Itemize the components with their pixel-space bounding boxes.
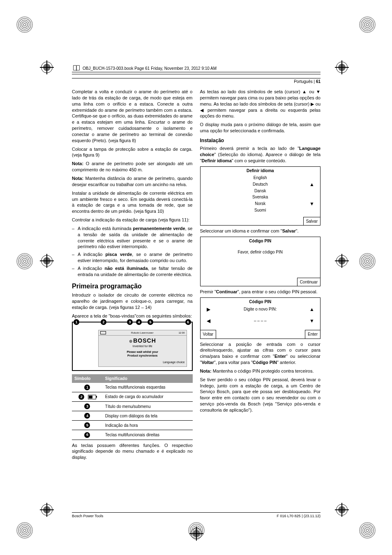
menu-option: Norsk <box>217 200 304 207</box>
badge-6-icon: 6 <box>84 432 90 438</box>
corner-mark-icon <box>16 16 33 33</box>
menu-option: English <box>217 175 304 181</box>
page-footer: Bosch Power Tools F 016 L70 825 | (23.11… <box>72 512 321 518</box>
para: O display muda para o próximo diálogo de… <box>200 122 321 134</box>
book-header: OBJ_BUCH-1573-003.book Page 61 Friday, N… <box>72 64 217 72</box>
th-symbol: Símbolo <box>72 374 103 383</box>
note-text: O arame de perímetro pode ser alongado a… <box>72 161 193 172</box>
subsection-heading: Instalação <box>200 137 321 144</box>
continue-softkey: Continuar <box>297 278 320 286</box>
up-arrow-icon: ▲ <box>304 181 320 188</box>
para: Seleccionar a posição de entrada com o c… <box>200 341 321 366</box>
up-arrow-icon: ▲ <box>304 306 320 313</box>
badge-5-icon: 5 <box>84 422 90 428</box>
menu-option: Dansk <box>217 188 304 194</box>
symbol-table: SímboloSignificado 1Teclas multifunciona… <box>72 374 193 440</box>
lcd-message: Product synchronises <box>99 354 187 357</box>
list-item: A indicação está iluminada permanentemen… <box>78 226 193 250</box>
menu-option: Svenska <box>217 194 304 200</box>
para: Nota: O arame de perímetro pode ser alon… <box>72 161 193 173</box>
battery-icon <box>100 331 106 334</box>
page-header: Português | 61 <box>72 78 321 84</box>
lcd-softkey: Language choice <box>99 360 187 364</box>
table-cell: Display com diálogos da tela <box>103 411 193 421</box>
enter-softkey: Enter <box>305 330 320 339</box>
th-meaning: Significado <box>103 374 193 383</box>
corner-mark-icon <box>359 522 376 539</box>
registration-mark-icon <box>41 62 53 73</box>
registration-mark-icon <box>336 62 348 73</box>
callout-4-icon: 4 <box>136 319 142 325</box>
para: Premir "Continuar", para entrar o seu có… <box>200 289 321 295</box>
menu-title: Definir idioma <box>201 167 321 175</box>
lcd-title: Robotic Lawnmower <box>106 331 178 334</box>
para: As teclas possuem diferentes funções. O … <box>72 442 193 461</box>
para: Nota: Mantenha distância do arame de per… <box>72 175 193 188</box>
lcd-time: 12:30 <box>178 331 186 334</box>
note-text: Mantenha distância do arame de perímetro… <box>72 176 193 187</box>
footer-right: F 016 L70 825 | (23.11.12) <box>277 514 321 518</box>
note-label: Nota: <box>200 368 212 373</box>
table-cell: Título do menu/submenu <box>103 402 193 411</box>
callout-2-icon: 2 <box>101 319 106 325</box>
down-arrow-icon: ▼ <box>304 318 320 324</box>
header-page: 61 <box>316 79 321 84</box>
badge-1-icon: 1 <box>84 385 90 390</box>
table-cell: Indicação da hora <box>103 421 193 430</box>
corner-mark-icon <box>16 522 33 539</box>
menu-title: Código PIN <box>201 298 321 306</box>
book-icon <box>72 64 81 72</box>
list-item: A indicação pisca verde, se o arame de p… <box>78 251 193 264</box>
registration-mark-icon <box>41 504 53 516</box>
callout-6-icon: 6 <box>185 319 191 325</box>
list-item: A indicação não está iluminada, se falta… <box>78 265 193 278</box>
welcome-screen-figure: 1 2 3 4 5 6 Robotic Lawnmower 12:30 ⊕ <box>72 322 193 371</box>
callout-1-icon: 1 <box>74 319 79 325</box>
header-lang: Português <box>294 79 313 84</box>
pin-prompt-figure: Código PIN Favor, definir código PIN Con… <box>200 237 321 287</box>
para: Controlar a indicação da estação de carg… <box>72 217 193 223</box>
save-softkey: Salvar <box>303 217 320 226</box>
para: Colocar a tampa de protecção sobre a est… <box>72 146 193 159</box>
menu-option: Deutsch <box>217 181 304 188</box>
registration-mark-icon <box>191 528 202 539</box>
right-arrow-icon: ▶ <box>201 306 217 313</box>
registration-mark-icon <box>336 504 348 516</box>
note-text: Mantenha o código PIN protegido contra t… <box>212 368 314 373</box>
badge-4-icon: 4 <box>84 413 90 419</box>
para: Primeiro deverá premir a tecla ao lado d… <box>200 145 321 164</box>
para: Seleccionar um idioma e confirmar com "S… <box>200 228 321 234</box>
right-column: As teclas ao lado dos símbolos de seta (… <box>200 89 321 463</box>
badge-2-icon: 2 <box>78 394 84 400</box>
callout-5-icon: 5 <box>148 319 153 325</box>
para: Aparece a tela de "boas-vindas"com os se… <box>72 313 193 319</box>
callout-3-icon: 3 <box>127 319 133 325</box>
lcd-message: Please wait whilst your <box>99 350 187 354</box>
para: Nota: Mantenha o código PIN protegido co… <box>200 368 321 374</box>
left-arrow-icon: ◀ <box>201 318 217 324</box>
note-label: Nota: <box>72 176 83 181</box>
para: As teclas ao lado dos símbolos de seta (… <box>200 89 321 119</box>
back-softkey: Voltar <box>201 330 217 339</box>
table-cell: Estado de carga do acumulador <box>103 392 193 402</box>
table-cell: Teclas multifuncionais direitas <box>103 430 193 440</box>
menu-title: Código PIN <box>201 237 321 245</box>
para: Se tiver perdido o seu código PIN pessoa… <box>200 377 321 413</box>
left-column: Completar a volta e conduzir o arame do … <box>72 89 193 463</box>
pin-dashes: – – – – <box>217 318 304 324</box>
pin-entry-figure: Código PIN ▶ Digite o novo PIN: ▲ ◀ – – … <box>200 297 321 339</box>
registration-mark-icon <box>336 255 348 267</box>
corner-mark-icon <box>16 253 33 269</box>
menu-message: Digite o novo PIN: <box>217 306 304 313</box>
brand-logo: BOSCH <box>133 337 156 344</box>
book-header-text: OBJ_BUCH-1573-003.book Page 61 Friday, N… <box>83 66 217 71</box>
brand-tagline: Invented for life <box>99 344 187 348</box>
para: Instalar a unidade de alimentação de cor… <box>72 190 193 214</box>
corner-mark-icon <box>359 16 376 33</box>
bosch-ring-icon: ⊕ <box>129 339 132 343</box>
footer-left: Bosch Power Tools <box>72 514 103 518</box>
para: Completar a volta e conduzir o arame do … <box>72 89 193 144</box>
manual-page: OBJ_BUCH-1573-003.book Page 61 Friday, N… <box>0 0 392 555</box>
menu-message: Favor, definir código PIN <box>201 249 321 256</box>
down-arrow-icon: ▼ <box>304 200 320 207</box>
